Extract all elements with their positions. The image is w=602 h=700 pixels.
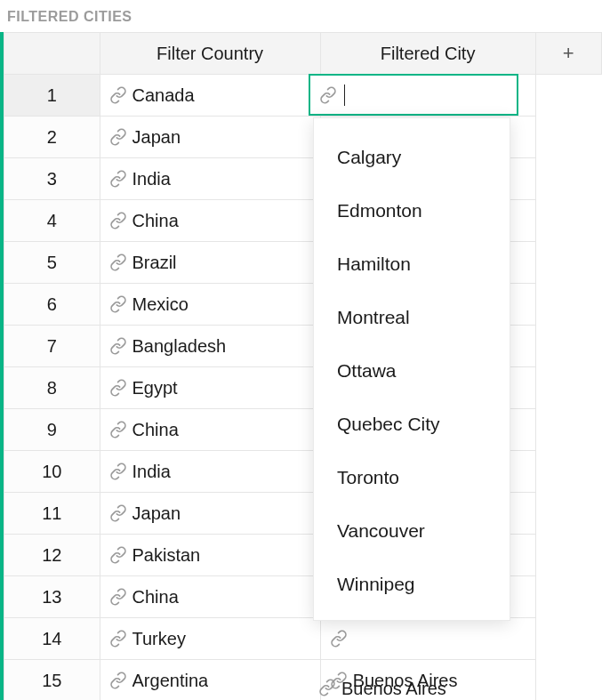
cell-text: Japan	[132, 127, 181, 148]
column-header-country[interactable]: Filter Country	[100, 33, 320, 75]
cell-text: Argentina	[132, 671, 209, 691]
row-number[interactable]: 8	[4, 367, 100, 409]
link-icon	[109, 170, 127, 188]
cell-text: India	[132, 462, 171, 482]
dropdown-option[interactable]: Montreal	[314, 291, 510, 344]
cell-text: Pakistan	[132, 545, 201, 566]
link-icon	[109, 546, 127, 564]
row-number[interactable]: 13	[4, 576, 100, 618]
cell-add-column-gutter	[535, 576, 601, 618]
row-number[interactable]: 11	[4, 493, 100, 535]
cell-add-column-gutter	[535, 618, 601, 660]
link-icon	[109, 86, 127, 104]
cell-text: Brazil	[132, 253, 177, 273]
link-icon	[109, 588, 127, 606]
cell-country[interactable]: Argentina	[100, 660, 320, 701]
link-icon	[109, 212, 127, 229]
cell-text: China	[132, 211, 179, 231]
row-number[interactable]: 2	[4, 117, 100, 158]
cell-add-column-gutter	[535, 242, 601, 284]
cell-add-column-gutter	[535, 326, 601, 367]
cell-city[interactable]	[320, 618, 535, 660]
cell-country[interactable]: Mexico	[100, 284, 320, 326]
autocomplete-dropdown[interactable]: CalgaryEdmontonHamiltonMontrealOttawaQue…	[313, 117, 510, 621]
dropdown-option[interactable]: Quebec City	[314, 398, 510, 451]
cell-country[interactable]: Brazil	[100, 242, 320, 284]
dropdown-option[interactable]: Vancouver	[314, 504, 510, 558]
link-icon	[109, 421, 127, 439]
add-column-button[interactable]: +	[535, 33, 601, 75]
cell-text: Egypt	[132, 378, 178, 398]
cell-country[interactable]: Bangladesh	[100, 326, 320, 367]
cell-add-column-gutter	[535, 367, 601, 409]
text-caret	[344, 84, 345, 106]
cell-country[interactable]: Pakistan	[100, 535, 320, 576]
row-number[interactable]: 1	[4, 75, 100, 117]
cell-text: Canada	[132, 85, 195, 106]
cell-add-column-gutter	[535, 660, 601, 701]
link-icon	[109, 337, 127, 355]
dropdown-option[interactable]: Edmonton	[314, 184, 510, 237]
row-number[interactable]: 10	[4, 451, 100, 493]
cell-country[interactable]: India	[100, 158, 320, 200]
cell-country[interactable]: Canada	[100, 75, 320, 117]
row-number[interactable]: 7	[4, 326, 100, 367]
row-number[interactable]: 6	[4, 284, 100, 326]
cell-text: Bangladesh	[132, 336, 227, 357]
cell-add-column-gutter	[535, 117, 601, 158]
table-container: Filter Country Filtered City + 1Canada2J…	[0, 32, 602, 700]
rownum-header[interactable]	[4, 33, 100, 75]
link-icon	[109, 128, 127, 146]
cell-add-column-gutter	[535, 493, 601, 535]
cell-country[interactable]: Japan	[100, 493, 320, 535]
cell-add-column-gutter	[535, 535, 601, 576]
cell-text: China	[132, 587, 179, 607]
link-icon	[109, 379, 127, 397]
cell-text: India	[132, 169, 171, 189]
cell-add-column-gutter	[535, 409, 601, 451]
cell-country[interactable]: India	[100, 451, 320, 493]
dropdown-option[interactable]: Ottawa	[314, 344, 510, 398]
row-number[interactable]: 14	[4, 618, 100, 660]
cell-add-column-gutter	[535, 284, 601, 326]
dropdown-option[interactable]: Toronto	[314, 451, 510, 504]
section-title: FILTERED CITIES	[0, 0, 602, 32]
link-icon	[330, 630, 348, 648]
column-header-city[interactable]: Filtered City	[320, 33, 535, 75]
cell-text: China	[132, 420, 179, 440]
cell-country[interactable]: Egypt	[100, 367, 320, 409]
cell-add-column-gutter	[535, 158, 601, 200]
link-icon	[319, 86, 337, 104]
cell-country[interactable]: Japan	[100, 117, 320, 158]
link-icon	[109, 672, 127, 689]
cell-add-column-gutter	[535, 451, 601, 493]
cell-add-column-gutter	[535, 75, 601, 117]
row-number[interactable]: 5	[4, 242, 100, 284]
row-number[interactable]: 9	[4, 409, 100, 451]
active-cell-editor[interactable]	[309, 74, 518, 116]
cell-text: Japan	[132, 503, 181, 524]
row-number[interactable]: 15	[4, 660, 100, 701]
row-number[interactable]: 4	[4, 200, 100, 242]
cell-country[interactable]: China	[100, 200, 320, 242]
link-icon	[109, 295, 127, 313]
row-number[interactable]: 3	[4, 158, 100, 200]
cell-country[interactable]: China	[100, 576, 320, 618]
link-icon	[109, 253, 127, 271]
cell-add-column-gutter	[535, 200, 601, 242]
link-icon	[109, 630, 127, 648]
row-number[interactable]: 12	[4, 535, 100, 576]
data-table: Filter Country Filtered City + 1Canada2J…	[4, 32, 602, 700]
dropdown-option[interactable]: Hamilton	[314, 237, 510, 291]
link-icon	[109, 463, 127, 480]
cell-country[interactable]: China	[100, 409, 320, 451]
peek-city-cell: Buenos Aires	[309, 675, 454, 700]
link-icon	[109, 504, 127, 522]
cell-country[interactable]: Turkey	[100, 618, 320, 660]
dropdown-option[interactable]: Calgary	[314, 131, 510, 184]
cell-text: Buenos Aires	[341, 679, 446, 699]
dropdown-option[interactable]: Winnipeg	[314, 558, 510, 611]
link-icon	[318, 679, 336, 696]
cell-text: Mexico	[132, 294, 189, 315]
cell-text: Turkey	[132, 629, 186, 649]
